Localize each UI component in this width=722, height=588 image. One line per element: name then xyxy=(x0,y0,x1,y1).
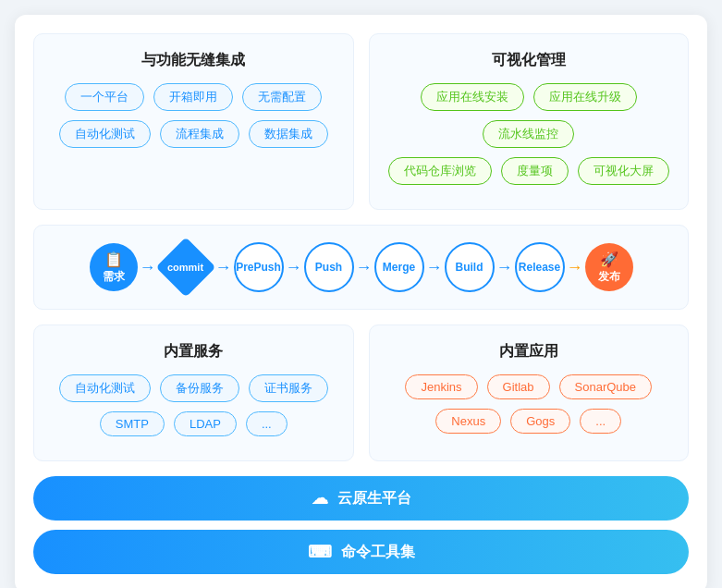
tag-svc-autotest: 自动化测试 xyxy=(59,374,151,402)
tag-app-gogs: Gogs xyxy=(510,409,570,434)
arrow-4: → xyxy=(356,259,373,276)
tag-app-more: ... xyxy=(580,409,621,434)
pipe-fb: 🚀 发布 xyxy=(585,243,633,291)
tag-no-config: 无需配置 xyxy=(242,83,322,111)
integration-row1: 一个平台 开箱即用 无需配置 xyxy=(49,83,338,111)
cmd-tools-button[interactable]: ⌨ 命令工具集 xyxy=(33,530,689,574)
arrow-7: → xyxy=(567,259,583,276)
pipe-commit: commit xyxy=(158,243,214,291)
arrow-5: → xyxy=(426,259,443,276)
tag-data-integration: 数据集成 xyxy=(249,120,328,148)
pipe-label-release: Release xyxy=(519,260,560,276)
panel-apps-title: 内置应用 xyxy=(385,342,674,361)
top-panels: 与功能无缝集成 一个平台 开箱即用 无需配置 自动化测试 流程集成 数据集成 可… xyxy=(33,33,689,210)
pipe-node-fb: 🚀 发布 xyxy=(585,243,633,291)
tag-app-upgrade: 应用在线升级 xyxy=(533,83,637,111)
tag-app-nexus: Nexus xyxy=(435,409,501,434)
panel-visualization: 可视化管理 应用在线安装 应用在线升级 流水线监控 代码仓库浏览 度量项 可视化… xyxy=(369,33,690,210)
pipe-prepush: PrePush xyxy=(234,242,284,292)
integration-row2: 自动化测试 流程集成 数据集成 xyxy=(49,120,338,148)
pipe-node-release: Release xyxy=(515,242,565,292)
cloud-native-label: 云原生平台 xyxy=(337,489,411,508)
pipe-node-merge: Merge xyxy=(374,242,424,292)
pipe-label-build: Build xyxy=(456,260,483,276)
tag-svc-more: ... xyxy=(246,411,288,436)
tag-out-of-box: 开箱即用 xyxy=(153,83,233,111)
tag-svc-cert: 证书服务 xyxy=(249,374,328,402)
tag-auto-test: 自动化测试 xyxy=(59,120,151,148)
tag-svc-ldap: LDAP xyxy=(174,411,237,436)
panel-apps: 内置应用 Jenkins Gitlab SonarQube Nexus Gogs… xyxy=(369,325,690,461)
pipe-push: Push xyxy=(304,242,354,292)
tag-pipeline-monitor: 流水线监控 xyxy=(483,120,574,148)
pipe-release: Release xyxy=(515,242,565,292)
pipe-node-xq: 📋 需求 xyxy=(90,243,138,291)
pipe-merge: Merge xyxy=(374,242,424,292)
pipe-label-xq: 需求 xyxy=(103,270,125,285)
pipe-label-commit: commit xyxy=(167,262,203,273)
panel-integration-title: 与功能无缝集成 xyxy=(49,51,338,70)
tag-app-sonarqube: SonarQube xyxy=(559,374,653,399)
pipe-node-prepush: PrePush xyxy=(234,242,284,292)
tag-one-platform: 一个平台 xyxy=(65,83,144,111)
main-container: 与功能无缝集成 一个平台 开箱即用 无需配置 自动化测试 流程集成 数据集成 可… xyxy=(15,15,707,588)
pipeline-section: 📋 需求 → commit → PrePush → Push → xyxy=(33,225,689,310)
pipe-build: Build xyxy=(445,242,495,292)
panel-visualization-title: 可视化管理 xyxy=(385,51,674,70)
visualization-row2: 代码仓库浏览 度量项 可视化大屏 xyxy=(385,157,674,185)
tag-code-browse: 代码仓库浏览 xyxy=(388,157,492,185)
apps-row2: Nexus Gogs ... xyxy=(385,409,674,434)
tag-svc-smtp: SMTP xyxy=(100,411,165,436)
cloud-native-button[interactable]: ☁ 云原生平台 xyxy=(33,476,689,521)
tag-visual-screen: 可视化大屏 xyxy=(578,157,669,185)
arrow-3: → xyxy=(286,259,302,276)
arrow-2: → xyxy=(215,259,232,276)
apps-row1: Jenkins Gitlab SonarQube xyxy=(385,374,674,399)
cmd-icon: ⌨ xyxy=(308,542,332,562)
panel-services: 内置服务 自动化测试 备份服务 证书服务 SMTP LDAP ... xyxy=(33,325,354,461)
tag-flow-integration: 流程集成 xyxy=(160,120,239,148)
arrow-1: → xyxy=(140,259,156,276)
pipe-label-prepush: PrePush xyxy=(236,260,281,276)
panel-integration: 与功能无缝集成 一个平台 开箱即用 无需配置 自动化测试 流程集成 数据集成 xyxy=(33,33,354,210)
tag-metrics: 度量项 xyxy=(501,157,569,185)
tag-app-jenkins: Jenkins xyxy=(405,374,477,399)
tag-app-install: 应用在线安装 xyxy=(421,83,524,111)
pipe-label-fb: 发布 xyxy=(598,270,620,285)
pipe-label-push: Push xyxy=(315,260,342,276)
pipe-label-merge: Merge xyxy=(383,260,415,276)
tag-svc-backup: 备份服务 xyxy=(160,374,239,402)
services-row1: 自动化测试 备份服务 证书服务 xyxy=(49,374,338,402)
tag-app-gitlab: Gitlab xyxy=(487,374,550,399)
pipe-node-build: Build xyxy=(445,242,495,292)
services-row2: SMTP LDAP ... xyxy=(49,411,338,436)
panel-services-title: 内置服务 xyxy=(49,342,338,361)
pipe-node-push: Push xyxy=(304,242,354,292)
arrow-6: → xyxy=(496,259,513,276)
cloud-icon: ☁ xyxy=(312,488,328,508)
pipe-xq: 📋 需求 xyxy=(90,243,138,291)
cmd-tools-label: 命令工具集 xyxy=(341,543,415,562)
visualization-row1: 应用在线安装 应用在线升级 流水线监控 xyxy=(385,83,674,148)
bottom-panels: 内置服务 自动化测试 备份服务 证书服务 SMTP LDAP ... 内置应用 … xyxy=(33,325,689,461)
